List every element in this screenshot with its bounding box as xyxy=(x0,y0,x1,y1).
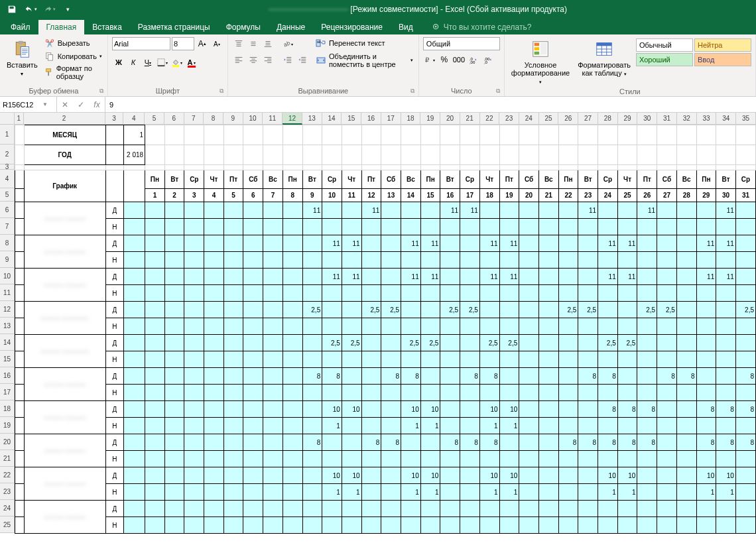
cell[interactable] xyxy=(124,501,145,517)
cell[interactable] xyxy=(164,501,184,517)
cell[interactable] xyxy=(184,335,204,351)
cell[interactable] xyxy=(519,351,539,368)
cell[interactable] xyxy=(696,418,716,434)
cell[interactable]: 2,5 xyxy=(598,335,618,351)
cell[interactable]: 8 xyxy=(460,368,480,385)
cell[interactable] xyxy=(302,335,322,351)
cell[interactable] xyxy=(657,484,677,501)
cell[interactable] xyxy=(657,125,677,145)
select-all-corner[interactable] xyxy=(0,113,15,125)
cell[interactable] xyxy=(696,318,716,335)
cell[interactable] xyxy=(617,418,637,434)
cell[interactable]: 10 xyxy=(401,401,421,418)
cell[interactable]: 10 xyxy=(322,467,342,484)
col-header[interactable]: 30 xyxy=(637,113,657,125)
cell[interactable] xyxy=(440,252,460,269)
cell[interactable]: 11 xyxy=(401,269,421,285)
cell[interactable] xyxy=(124,202,145,219)
cell[interactable] xyxy=(302,219,322,235)
cell[interactable]: 1 xyxy=(716,484,736,501)
cell[interactable] xyxy=(223,434,243,451)
save-icon[interactable] xyxy=(5,3,19,16)
cell[interactable] xyxy=(263,165,283,170)
cell[interactable] xyxy=(164,484,184,501)
cell[interactable] xyxy=(223,368,243,385)
cell[interactable]: 10 xyxy=(617,467,637,484)
cell[interactable]: 31 xyxy=(735,189,755,202)
cell[interactable]: ——— ——— xyxy=(24,269,105,302)
cell[interactable] xyxy=(696,385,716,401)
cell[interactable]: 8 xyxy=(617,434,637,451)
cell[interactable] xyxy=(440,451,460,467)
cell[interactable] xyxy=(657,467,677,484)
cell[interactable] xyxy=(657,202,677,219)
row-header[interactable]: 12 xyxy=(0,301,15,318)
cell[interactable] xyxy=(124,285,145,302)
cell[interactable] xyxy=(145,451,165,467)
cell[interactable] xyxy=(538,451,558,467)
cell[interactable]: МЕСЯЦ xyxy=(24,125,105,145)
cell[interactable]: 8 xyxy=(696,401,716,418)
shrink-font-button[interactable]: A▾ xyxy=(210,37,223,50)
cell[interactable] xyxy=(263,125,283,145)
cell[interactable] xyxy=(538,252,558,269)
cell[interactable] xyxy=(361,401,381,418)
cell[interactable] xyxy=(15,368,25,385)
cell[interactable] xyxy=(24,165,105,170)
cell[interactable] xyxy=(302,269,322,285)
cell[interactable]: Пн xyxy=(558,170,578,189)
cell[interactable]: 1 xyxy=(322,484,342,501)
cell[interactable]: 11 xyxy=(617,235,637,252)
name-box[interactable]: ▼ xyxy=(0,97,57,112)
cell[interactable] xyxy=(361,145,381,165)
cell[interactable] xyxy=(479,165,499,170)
cell[interactable] xyxy=(223,125,243,145)
cell[interactable]: 8 xyxy=(401,368,421,385)
cell[interactable] xyxy=(578,401,598,418)
cell[interactable] xyxy=(440,235,460,252)
cell[interactable] xyxy=(519,219,539,235)
cell[interactable] xyxy=(164,165,184,170)
cell[interactable] xyxy=(381,401,401,418)
cell[interactable] xyxy=(263,202,283,219)
cell[interactable] xyxy=(716,351,736,368)
cell[interactable]: 10 xyxy=(420,467,440,484)
cell[interactable] xyxy=(243,501,263,517)
col-header[interactable]: 31 xyxy=(657,113,677,125)
cell[interactable] xyxy=(420,318,440,335)
cell[interactable] xyxy=(145,125,165,145)
cell[interactable] xyxy=(637,368,657,385)
cell[interactable] xyxy=(676,285,696,302)
cell[interactable] xyxy=(302,484,322,501)
cell[interactable] xyxy=(558,318,578,335)
cell[interactable] xyxy=(381,451,401,467)
cell[interactable]: Ср xyxy=(598,170,618,189)
cell[interactable]: 2,5 xyxy=(440,302,460,318)
cell[interactable] xyxy=(676,501,696,517)
row-header[interactable]: 20 xyxy=(0,434,15,450)
cell[interactable] xyxy=(263,219,283,235)
cell[interactable] xyxy=(401,517,421,534)
cell[interactable] xyxy=(263,145,283,165)
cell[interactable]: Д xyxy=(105,467,124,484)
cell[interactable] xyxy=(15,170,25,189)
cell[interactable] xyxy=(145,335,165,351)
cell[interactable]: Ср xyxy=(460,170,480,189)
cell[interactable] xyxy=(696,125,716,145)
cell[interactable] xyxy=(204,401,224,418)
cell[interactable] xyxy=(598,451,618,467)
cell[interactable] xyxy=(578,484,598,501)
alignment-launcher[interactable]: ⧉ xyxy=(410,88,414,95)
cell[interactable] xyxy=(578,219,598,235)
cell[interactable]: Чт xyxy=(617,170,637,189)
cell[interactable] xyxy=(223,467,243,484)
cell[interactable]: 2,5 xyxy=(637,302,657,318)
cell[interactable]: 8 xyxy=(361,434,381,451)
cell[interactable]: 9 xyxy=(302,189,322,202)
cell[interactable] xyxy=(637,517,657,534)
cell[interactable] xyxy=(204,318,224,335)
cell[interactable] xyxy=(519,368,539,385)
cell[interactable] xyxy=(676,467,696,484)
cell[interactable] xyxy=(420,368,440,385)
cell[interactable] xyxy=(204,517,224,534)
